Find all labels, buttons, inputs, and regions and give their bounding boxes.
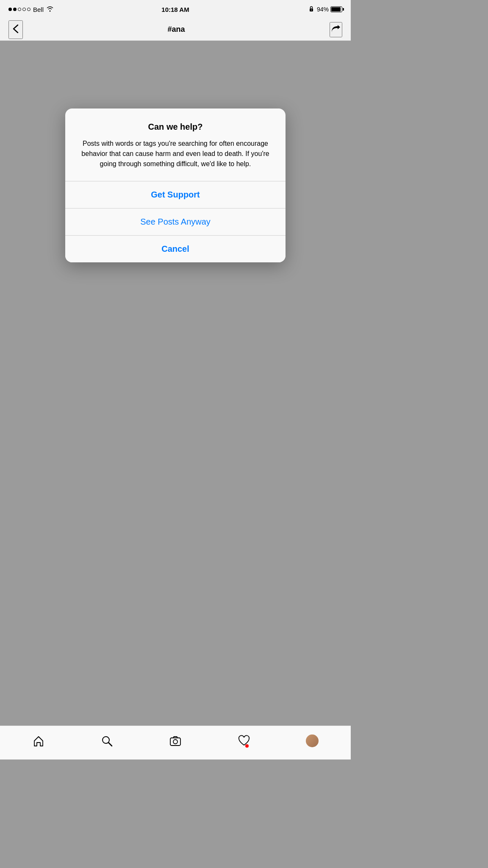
signal-dot-3	[18, 8, 21, 11]
notification-dot	[245, 744, 249, 748]
status-left: Bell	[8, 6, 54, 13]
tab-bar	[0, 726, 351, 760]
svg-point-5	[173, 740, 177, 744]
svg-point-1	[311, 9, 312, 10]
svg-rect-4	[170, 738, 180, 746]
status-time: 10:18 AM	[161, 6, 189, 13]
see-posts-button[interactable]: See Posts Anyway	[65, 209, 286, 235]
page-title: #ana	[167, 25, 185, 34]
camera-icon	[169, 735, 181, 747]
modal-title: Can we help?	[77, 122, 274, 132]
share-button[interactable]	[330, 22, 342, 37]
signal-dots	[8, 8, 30, 11]
status-right: 94%	[308, 6, 342, 13]
modal-dialog: Can we help? Posts with words or tags yo…	[65, 108, 286, 262]
wifi-icon	[46, 6, 54, 13]
lock-icon	[308, 6, 314, 13]
signal-dot-1	[8, 8, 12, 11]
modal-message: Posts with words or tags you're searchin…	[77, 139, 274, 169]
battery-icon	[330, 6, 342, 12]
modal-body: Can we help? Posts with words or tags yo…	[65, 108, 286, 181]
home-icon	[33, 735, 44, 747]
battery-fill	[331, 7, 341, 11]
signal-dot-4	[22, 8, 26, 11]
search-icon	[101, 735, 113, 747]
battery-container: 94%	[317, 6, 342, 13]
tab-search[interactable]	[94, 728, 119, 754]
cancel-button[interactable]: Cancel	[65, 236, 286, 262]
nav-bar: #ana	[0, 19, 351, 41]
avatar-image	[306, 734, 319, 747]
get-support-button[interactable]: Get Support	[65, 181, 286, 208]
carrier-name: Bell	[33, 6, 44, 13]
tab-profile[interactable]	[299, 728, 325, 754]
back-button[interactable]	[8, 20, 23, 39]
signal-dot-5	[27, 8, 30, 11]
tab-camera[interactable]	[163, 728, 188, 754]
tab-home[interactable]	[26, 728, 51, 754]
avatar	[306, 734, 319, 747]
tab-heart[interactable]	[231, 728, 257, 754]
battery-percent: 94%	[317, 6, 329, 13]
signal-dot-2	[13, 8, 17, 11]
content-area: Can we help? Posts with words or tags yo…	[0, 41, 351, 726]
svg-line-3	[108, 743, 112, 746]
status-bar: Bell 10:18 AM 94%	[0, 0, 351, 19]
